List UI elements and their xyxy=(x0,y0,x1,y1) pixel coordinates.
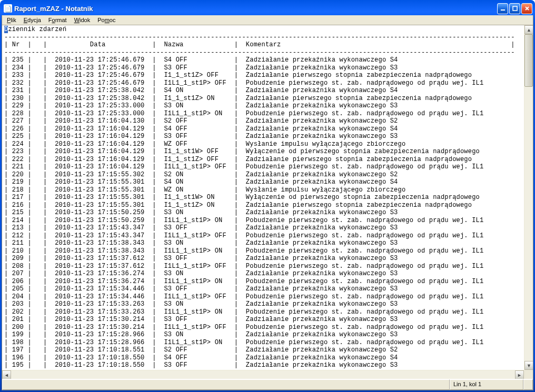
text-line: | 198 | | 2010-11-23 17:15:28.966 | I1L1… xyxy=(4,339,533,347)
text-line: | 200 | | 2010-11-23 17:15:30.214 | I1L1… xyxy=(4,324,533,331)
scroll-left-icon[interactable]: ◄ xyxy=(2,370,11,379)
status-empty xyxy=(2,379,450,390)
text-line: | 199 | | 2010-11-23 17:15:28.966 | S3 O… xyxy=(4,331,533,339)
text-line: | 208 | | 2010-11-23 17:15:37.612 | I1L1… xyxy=(4,263,533,270)
menu-edit[interactable]: Edycja xyxy=(20,16,45,24)
text-line: | 218 | | 2010-11-23 17:15:55.301 | WZ O… xyxy=(4,186,533,194)
text-line: | 213 | | 2010-11-23 17:15:43.347 | S3 O… xyxy=(4,224,533,232)
text-line: | 214 | | 2010-11-23 17:15:50.259 | I1L1… xyxy=(4,217,533,225)
text-line: | 212 | | 2010-11-23 17:15:43.347 | I1L1… xyxy=(4,232,533,240)
text-line: | 226 | | 2010-11-23 17:16:04.129 | S4 O… xyxy=(4,125,533,133)
text-line: | 229 | | 2010-11-23 17:25:33.000 | S3 O… xyxy=(4,102,533,110)
text-line: | 197 | | 2010-11-23 17:10:18.551 | S2 O… xyxy=(4,346,533,354)
maximize-button[interactable] xyxy=(509,3,520,14)
horizontal-scrollbar[interactable]: ◄ ► xyxy=(2,370,524,379)
vertical-scrollbar[interactable]: ▲ ▼ xyxy=(524,25,533,370)
text-line: | 232 | | 2010-11-23 17:25:46.679 | I1L1… xyxy=(4,79,533,87)
text-line: | 219 | | 2010-11-23 17:15:55.301 | S4 O… xyxy=(4,178,533,186)
text-line: | 216 | | 2010-11-23 17:15:55.301 | I1_1… xyxy=(4,202,533,209)
scroll-up-icon[interactable]: ▲ xyxy=(524,25,533,34)
text-line: | 209 | | 2010-11-23 17:15:37.612 | S3 O… xyxy=(4,255,533,263)
text-line: ----------------------------------------… xyxy=(4,34,533,42)
text-line: | 201 | | 2010-11-23 17:15:30.214 | S3 O… xyxy=(4,316,533,324)
text-line: | 227 | | 2010-11-23 17:16:04.130 | S2 O… xyxy=(4,117,533,125)
titlebar[interactable]: 📄 Raport_mZAZ - Notatnik xyxy=(2,2,533,15)
menu-format[interactable]: Format xyxy=(45,16,71,24)
text-line: | 234 | | 2010-11-23 17:25:46.679 | S3 O… xyxy=(4,64,533,72)
text-line: | 231 | | 2010-11-23 17:25:38.042 | S4 O… xyxy=(4,87,533,95)
minimize-button[interactable] xyxy=(497,3,508,14)
text-line: | 204 | | 2010-11-23 17:15:34.446 | I1L1… xyxy=(4,293,533,301)
scroll-thumb[interactable] xyxy=(524,34,533,87)
text-line: | 205 | | 2010-11-23 17:15:34.446 | S3 O… xyxy=(4,285,533,293)
text-line: | 235 | | 2010-11-23 17:25:46.679 | S4 O… xyxy=(4,56,533,64)
close-button[interactable] xyxy=(521,3,532,14)
status-position: Lin 1, kol 1 xyxy=(450,379,523,390)
text-editor[interactable]: Dziennik zdarzeń------------------------… xyxy=(2,25,533,379)
text-line: | 225 | | 2010-11-23 17:16:04.129 | S3 O… xyxy=(4,133,533,140)
text-line: | Nr | | Data | Nazwa | Komentarz | xyxy=(4,41,533,49)
svg-rect-1 xyxy=(513,6,517,11)
text-line: | 233 | | 2010-11-23 17:25:46.679 | I1_1… xyxy=(4,72,533,79)
text-line: | 221 | | 2010-11-23 17:16:04.129 | I1L1… xyxy=(4,163,533,171)
text-line: | 207 | | 2010-11-23 17:15:36.274 | S3 O… xyxy=(4,270,533,278)
text-line: | 217 | | 2010-11-23 17:15:55.301 | I1_1… xyxy=(4,194,533,202)
text-line: | 215 | | 2010-11-23 17:15:50.259 | S3 O… xyxy=(4,209,533,217)
resize-grip[interactable] xyxy=(523,379,533,390)
menubar: Plik Edycja Format Widok Pomoc xyxy=(2,15,533,25)
text-line: Dziennik zdarzeń xyxy=(4,26,533,34)
text-line: | 203 | | 2010-11-23 17:15:33.263 | S3 O… xyxy=(4,300,533,308)
window-title: Raport_mZAZ - Notatnik xyxy=(14,5,497,13)
text-line: | 222 | | 2010-11-23 17:16:04.129 | I1_1… xyxy=(4,156,533,164)
text-line: | 211 | | 2010-11-23 17:15:38.343 | S3 O… xyxy=(4,239,533,247)
text-line: | 202 | | 2010-11-23 17:15:33.263 | I1L1… xyxy=(4,308,533,316)
text-line: | 195 | | 2010-11-23 17:10:18.550 | S3 O… xyxy=(4,361,533,369)
svg-rect-0 xyxy=(501,9,505,11)
app-icon: 📄 xyxy=(4,4,12,13)
scroll-corner xyxy=(524,370,533,379)
text-line: | 223 | | 2010-11-23 17:16:04.129 | I1_1… xyxy=(4,148,533,156)
text-line: | 210 | | 2010-11-23 17:15:38.343 | I1L1… xyxy=(4,247,533,255)
text-line: | 220 | | 2010-11-23 17:15:55.302 | S2 O… xyxy=(4,171,533,179)
text-line: ----------------------------------------… xyxy=(4,49,533,57)
menu-help[interactable]: Pomoc xyxy=(94,16,119,24)
statusbar: Lin 1, kol 1 xyxy=(2,379,533,390)
menu-file[interactable]: Plik xyxy=(3,16,20,24)
text-line: | 224 | | 2010-11-23 17:16:04.129 | WZ O… xyxy=(4,140,533,148)
text-line: | 196 | | 2010-11-23 17:10:18.550 | S4 O… xyxy=(4,354,533,362)
text-line: | 228 | | 2010-11-23 17:25:33.000 | I1L1… xyxy=(4,110,533,118)
scroll-right-icon[interactable]: ► xyxy=(515,370,524,379)
text-line: | 230 | | 2010-11-23 17:25:38.042 | I1_1… xyxy=(4,95,533,103)
text-line: | 206 | | 2010-11-23 17:15:36.274 | I1L1… xyxy=(4,278,533,286)
menu-view[interactable]: Widok xyxy=(71,16,94,24)
scroll-down-icon[interactable]: ▼ xyxy=(524,361,533,370)
app-window: 📄 Raport_mZAZ - Notatnik Plik Edycja For… xyxy=(0,0,535,392)
